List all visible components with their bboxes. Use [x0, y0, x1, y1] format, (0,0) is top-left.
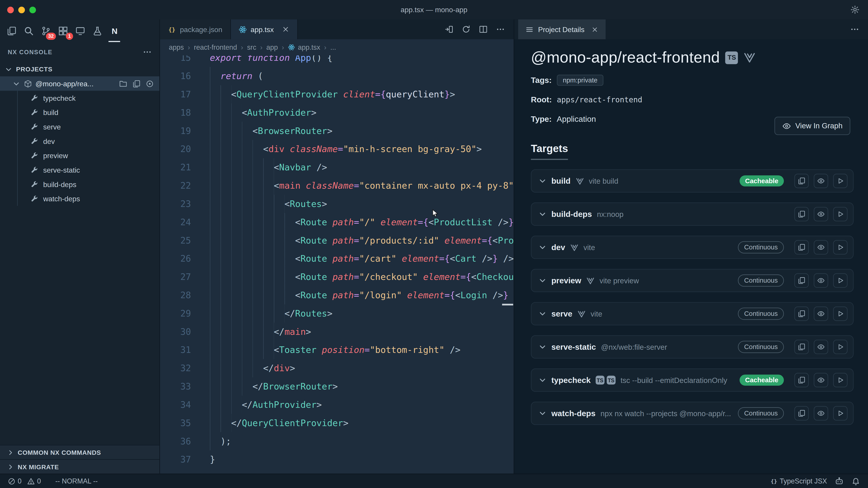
- copy-icon[interactable]: [132, 79, 141, 88]
- target-badge: Cacheable: [740, 175, 784, 186]
- activity-remote-explorer-button[interactable]: [71, 20, 89, 42]
- tab-app-tsx[interactable]: app.tsx: [230, 20, 298, 39]
- chevron-right-icon: [6, 449, 14, 456]
- notifications-icon[interactable]: [851, 477, 860, 486]
- folder-icon[interactable]: [119, 79, 127, 88]
- settings-gear-icon[interactable]: [850, 5, 860, 14]
- section-nx-migrate[interactable]: NX MIGRATE: [0, 459, 159, 474]
- activity-source-control-button[interactable]: 32: [37, 20, 54, 42]
- target-card-dev[interactable]: devviteContinuous: [531, 236, 854, 259]
- activity-search-button[interactable]: [20, 20, 37, 42]
- indent-guides: [210, 396, 242, 414]
- more-actions-icon[interactable]: [496, 25, 505, 34]
- view-task-button[interactable]: [814, 174, 828, 188]
- breadcrumb-item-app-tsx[interactable]: app.tsx: [288, 43, 320, 51]
- copy-task-button[interactable]: [794, 373, 809, 387]
- chevron-down-icon: [538, 343, 547, 351]
- tree-item-build[interactable]: build: [0, 105, 159, 120]
- breadcrumb-label: ...: [330, 43, 336, 51]
- more-actions-icon[interactable]: [143, 48, 152, 57]
- target-icon[interactable]: [146, 79, 154, 88]
- target-card-build[interactable]: buildvite buildCacheable: [531, 169, 854, 193]
- editor-actions: [445, 20, 514, 39]
- target-badge: Continuous: [738, 407, 784, 419]
- copy-task-button[interactable]: [794, 207, 809, 221]
- run-task-button[interactable]: [833, 207, 848, 221]
- activity-extensions-button[interactable]: 1: [54, 20, 71, 42]
- target-card-build-deps[interactable]: build-depsnx:noop: [531, 202, 854, 226]
- close-icon[interactable]: [281, 26, 289, 33]
- view-task-button[interactable]: [814, 207, 828, 221]
- copy-task-button[interactable]: [794, 174, 809, 188]
- view-task-button[interactable]: [814, 306, 828, 321]
- section-common-nx-commands[interactable]: COMMON NX COMMANDS: [0, 445, 159, 459]
- target-name: build-deps: [551, 210, 592, 219]
- activity-files-button[interactable]: [3, 20, 20, 42]
- run-task-button[interactable]: [833, 373, 848, 387]
- target-card-serve-static[interactable]: serve-static@nx/web:file-serverContinuou…: [531, 335, 854, 359]
- target-card-watch-deps[interactable]: watch-depsnpx nx watch --projects @mono-…: [531, 402, 854, 425]
- warnings-count: 0: [37, 477, 41, 485]
- view-task-button[interactable]: [814, 406, 828, 421]
- breadcrumb-item-apps[interactable]: apps: [169, 43, 184, 51]
- refresh-icon[interactable]: [462, 25, 470, 34]
- view-in-graph-button[interactable]: View In Graph: [774, 117, 850, 135]
- tab-package-json[interactable]: {} package.json: [160, 20, 231, 39]
- maximize-window-button[interactable]: [29, 6, 36, 13]
- view-task-button[interactable]: [814, 340, 828, 354]
- target-card-preview[interactable]: previewvite previewContinuous: [531, 269, 854, 292]
- tree-section-projects[interactable]: PROJECTS: [0, 62, 159, 76]
- line-number: 15: [160, 55, 191, 67]
- svg-text:{}: {}: [168, 26, 175, 33]
- run-task-button[interactable]: [833, 340, 848, 354]
- tree-item-dev[interactable]: dev: [0, 134, 159, 149]
- open-to-side-icon[interactable]: [445, 25, 454, 34]
- run-task-button[interactable]: [833, 306, 848, 321]
- copy-task-button[interactable]: [794, 306, 809, 321]
- chevron-down-icon: [538, 243, 547, 252]
- wrench-icon: [31, 108, 38, 116]
- view-task-button[interactable]: [814, 373, 828, 387]
- run-task-button[interactable]: [833, 273, 848, 288]
- activity-test-beaker-button[interactable]: [89, 20, 106, 42]
- run-task-button[interactable]: [833, 240, 848, 255]
- minimize-window-button[interactable]: [18, 6, 25, 13]
- language-mode[interactable]: {} TypeScript JSX: [770, 477, 827, 485]
- copy-task-button[interactable]: [794, 240, 809, 255]
- copy-task-button[interactable]: [794, 406, 809, 421]
- tree-item-preview[interactable]: preview: [0, 148, 159, 163]
- project-details-panel: Project Details @mono-app/react-frontend…: [514, 20, 868, 474]
- copilot-icon[interactable]: [835, 477, 844, 486]
- breadcrumb-separator: ›: [282, 43, 284, 51]
- code-content: <div className="min-h-screen bg-gray-50"…: [191, 140, 482, 158]
- copy-task-button[interactable]: [794, 340, 809, 354]
- code-editor[interactable]: 15export function App() {16 return (17 <…: [160, 55, 514, 474]
- tree-item-serve[interactable]: serve: [0, 120, 159, 134]
- close-icon[interactable]: [591, 26, 598, 33]
- copy-task-button[interactable]: [794, 273, 809, 288]
- problems-indicator[interactable]: 0 0: [8, 477, 41, 485]
- view-task-button[interactable]: [814, 240, 828, 255]
- tree-item-build-deps[interactable]: build-deps: [0, 177, 159, 192]
- target-card-serve[interactable]: serveviteContinuous: [531, 302, 854, 325]
- tree-item-serve-static[interactable]: serve-static: [0, 163, 159, 177]
- tree-item-project[interactable]: @mono-app/rea...: [0, 76, 159, 91]
- activity-nx-console-button[interactable]: N: [106, 20, 123, 42]
- breadcrumb-item--[interactable]: ...: [330, 43, 336, 51]
- tree-item-typecheck[interactable]: typecheck: [0, 91, 159, 105]
- close-window-button[interactable]: [7, 6, 14, 13]
- breadcrumb-separator: ›: [188, 43, 190, 51]
- tree-item-watch-deps[interactable]: watch-deps: [0, 191, 159, 206]
- target-card-typecheck[interactable]: typecheckTSTStsc --build --emitDeclarati…: [531, 368, 854, 392]
- run-task-button[interactable]: [833, 174, 848, 188]
- breadcrumb-item-app[interactable]: app: [266, 43, 278, 51]
- tab-project-details[interactable]: Project Details: [518, 20, 605, 39]
- wrench-icon: [31, 137, 38, 145]
- vite-icon: [570, 243, 579, 252]
- breadcrumb-item-react-frontend[interactable]: react-frontend: [194, 43, 237, 51]
- breadcrumb-item-src[interactable]: src: [247, 43, 256, 51]
- split-editor-icon[interactable]: [479, 25, 488, 34]
- more-actions-icon[interactable]: [850, 25, 859, 34]
- view-task-button[interactable]: [814, 273, 828, 288]
- run-task-button[interactable]: [833, 406, 848, 421]
